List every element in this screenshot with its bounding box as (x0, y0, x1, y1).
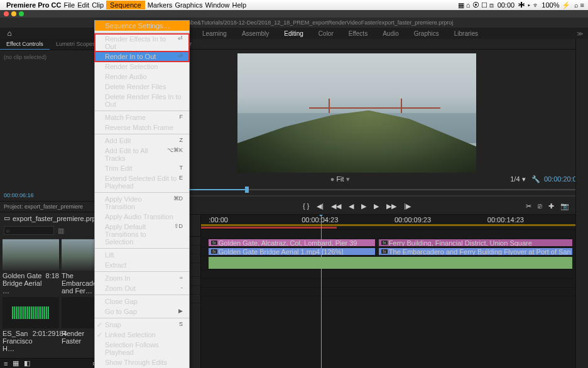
workspace-libraries[interactable]: Libraries (447, 28, 486, 39)
app-name[interactable]: Premiere Pro CC (6, 1, 61, 9)
menu-edit[interactable]: Edit (77, 1, 89, 9)
go-to-in-button[interactable]: ◀| (317, 202, 324, 210)
menu-markers[interactable]: Markers (148, 1, 173, 9)
menu-item[interactable]: Zoom Out- (95, 283, 189, 293)
menu-item[interactable]: Show Through Edits (95, 357, 189, 367)
menu-item: Apply Audio Transition (95, 212, 189, 222)
timeline-panel: ▭ ↔ ✂ ⊘ ✎ T 00:00:06:16 ⊟ ⟲ ⊞ ⊡ ⊟ ⟐ ⟳ ●V… (126, 214, 588, 368)
sequence-dropdown-menu: Sequence Settings…Render Effects In to O… (94, 20, 190, 368)
mark-in-out-button[interactable]: { } (303, 202, 309, 210)
menu-window[interactable]: Window (205, 1, 229, 9)
item-name: Golden Gate Bridge Aerial … (3, 272, 46, 295)
project-search-input[interactable] (4, 226, 54, 235)
menu-item[interactable]: Add Edit to All Tracks⌥⌘K (95, 146, 189, 163)
step-back-button[interactable]: ◀◀ (331, 202, 341, 210)
menu-item[interactable]: Match FrameF (95, 112, 189, 122)
step-forward-button[interactable]: ▶▶ (386, 202, 396, 210)
go-to-out-button[interactable]: |▶ (404, 202, 411, 210)
program-viewer[interactable] (237, 53, 476, 173)
project-item[interactable]: Golden Gate Bridge Aerial …8:18 (3, 239, 59, 295)
menu-item: Apply Default Transitions to Selection⇧D (95, 222, 189, 247)
workspace-overflow-icon[interactable]: ≫ (572, 30, 588, 37)
window-chrome (0, 10, 588, 18)
tab-effect-controls[interactable]: Effect Controls (0, 39, 50, 50)
play-button[interactable]: ▶ (361, 202, 366, 210)
program-zoom-bar[interactable] (133, 193, 580, 198)
audio-meters (575, 339, 588, 368)
window-title: /Volumes/Public/Youtube&Tutorials/2018-1… (0, 18, 588, 28)
time-ruler[interactable]: :00:00 00:00:04:23 00:00:09:23 00:00:14:… (201, 215, 588, 230)
freeform-view-icon[interactable]: ◧ (24, 359, 30, 367)
menu-item: Extract (95, 260, 189, 270)
menu-item[interactable]: Render Effects In to Out⏎ (95, 34, 189, 51)
icon-view-icon[interactable]: ▦ (13, 359, 19, 367)
menubar-time: 00:00 (498, 1, 515, 9)
add-marker-icon[interactable]: ✚ (548, 202, 554, 210)
menu-item[interactable]: Zoom In= (95, 273, 189, 283)
menu-item[interactable]: Trim EditT (95, 163, 189, 173)
menu-help[interactable]: Help (232, 1, 247, 9)
clip-v2a[interactable]: fxGolden Gate, Alcatraz, Col, Lombard, P… (209, 239, 375, 246)
lift-icon[interactable]: ✂ (526, 202, 531, 210)
menu-item[interactable]: Render Audio (95, 72, 189, 82)
menu-item: Render Selection (95, 62, 189, 72)
ruler-tick: :00:00 (209, 216, 228, 224)
fit-dropdown[interactable]: ● Fit ▾ (330, 175, 350, 183)
prev-frame-button[interactable]: ◀ (349, 202, 354, 210)
workspace-graphics[interactable]: Graphics (406, 28, 447, 39)
project-filter-icon[interactable]: ▥ (58, 227, 64, 235)
menu-item[interactable]: Render In to Out⏎ (95, 51, 189, 62)
menu-item[interactable]: Selection Follows Playhead (95, 340, 189, 357)
menubar-search-icon[interactable]: ⌕ ≡ (574, 1, 584, 9)
scale-dropdown[interactable]: 1/4 (510, 175, 520, 183)
workspace-color[interactable]: Color (311, 28, 341, 39)
bin-icon: ▭ (4, 214, 10, 222)
list-view-icon[interactable]: ≡ (4, 360, 8, 367)
workspace-learning[interactable]: Learning (195, 28, 234, 39)
menu-item[interactable]: Sequence Settings… (95, 21, 189, 31)
workspace-bar: ⌂ Learning Assembly Editing Color Effect… (0, 28, 588, 39)
waveform-icon (12, 306, 50, 319)
menu-sequence[interactable]: Sequence (106, 1, 145, 9)
menu-item[interactable]: ✓SnapS (95, 320, 189, 330)
menu-item[interactable]: Go to Gap▶ (95, 306, 189, 317)
project-item[interactable]: ES_San Francisco H…2:01:29184 (3, 297, 59, 352)
menu-item[interactable]: Add EditZ (95, 136, 189, 146)
workspace-effects[interactable]: Effects (341, 28, 375, 39)
project-filename: export_faster_premiere.prproj (13, 215, 104, 222)
timeline-playhead[interactable] (321, 215, 322, 368)
workspace-assembly[interactable]: Assembly (234, 28, 276, 39)
menu-file[interactable]: File (63, 1, 75, 9)
macos-menubar: Premiere Pro CC File Edit Clip Sequence … (0, 0, 588, 10)
menu-item: Apply Video Transition⌘D (95, 194, 189, 212)
menu-item: Extend Selected Edit to PlayheadE (95, 173, 189, 191)
transport-controls: { } ◀| ◀◀ ◀ ▶ ▶ ▶▶ |▶ ✂ ⎚ ✚ 📷 ⏏ (126, 198, 588, 214)
clip-a1[interactable] (209, 257, 572, 269)
menu-clip[interactable]: Clip (92, 1, 104, 9)
minimize-window-button[interactable] (11, 11, 16, 16)
home-icon[interactable]: ⌂ (0, 29, 19, 38)
export-frame-icon[interactable]: 📷 (560, 202, 569, 210)
thumbnail (3, 239, 59, 271)
next-frame-button[interactable]: ▶ (374, 202, 379, 210)
workspace-editing[interactable]: Editing (276, 28, 311, 39)
clip-v1a[interactable]: fxGolden Gate Bridge Aerial 1.mp4 [126%] (209, 248, 375, 255)
menu-item: Delete Render Files In to Out (95, 92, 189, 109)
menu-item[interactable]: Close Gap (95, 296, 189, 306)
timeline-body[interactable]: :00:00 00:00:04:23 00:00:09:23 00:00:14:… (201, 215, 588, 368)
extract-icon[interactable]: ⎚ (538, 202, 542, 210)
clip-v1b[interactable]: fxThe Embarcadero and Ferry Building Fly… (379, 248, 572, 255)
item-duration: 8:18 (46, 272, 59, 295)
wrench-icon[interactable]: 🔧 (531, 175, 540, 183)
menu-graphics[interactable]: Graphics (175, 1, 202, 9)
close-window-button[interactable] (4, 11, 9, 16)
playhead-marker[interactable] (245, 187, 249, 193)
fullscreen-window-button[interactable] (19, 11, 24, 16)
menubar-extras: ✱ ▸ ᯤ 100% ⚡ (518, 1, 570, 9)
clip-v2b[interactable]: fxFerry Building, Financial District, Un… (379, 239, 572, 246)
program-scrub-bar[interactable] (133, 186, 580, 193)
workspace-audio[interactable]: Audio (375, 28, 406, 39)
right-sidebar (575, 39, 588, 339)
program-title: Program: Render Faster (126, 39, 588, 50)
menu-item[interactable]: ✓Linked Selection (95, 330, 189, 340)
